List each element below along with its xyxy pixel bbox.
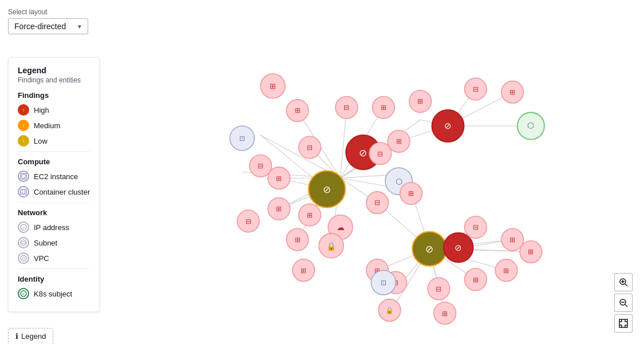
node-27[interactable]: ⊞ (464, 268, 487, 291)
node-10[interactable]: ⊟ (250, 155, 272, 177)
svg-text:⊟: ⊟ (307, 144, 313, 152)
node-4[interactable]: ⊞ (373, 96, 395, 118)
node-bottom-yellow[interactable]: ⊘ (412, 232, 447, 266)
node-21[interactable]: ⊞ (293, 259, 315, 282)
svg-text:!: ! (23, 108, 24, 112)
svg-text:⊞: ⊞ (295, 236, 301, 244)
node-2[interactable]: ⊞ (286, 100, 309, 122)
legend-toggle-button[interactable]: ℹ Legend (8, 328, 53, 344)
main-container: Select layout Force-directed Hierarchica… (0, 0, 644, 344)
ec2-icon (18, 171, 29, 182)
svg-text:⬡: ⬡ (396, 177, 402, 186)
legend-item-high: ! High (18, 104, 90, 116)
svg-rect-7 (22, 175, 25, 178)
legend-item-k8s: K K8s subject (18, 288, 90, 299)
legend-item-vpc: VPC (18, 252, 90, 264)
identity-section-title: Identity (18, 275, 90, 283)
node-13[interactable]: ⊞ (388, 131, 410, 153)
svg-text:⊘: ⊘ (444, 121, 452, 131)
layout-select[interactable]: Force-directed Hierarchical Circular (8, 18, 88, 34)
node-28[interactable]: ⊞ (495, 259, 517, 282)
node-8[interactable]: ⬡ (517, 112, 544, 139)
svg-text:⊞: ⊞ (509, 236, 515, 244)
layout-select-wrapper: Force-directed Hierarchical Circular ▼ (8, 18, 88, 34)
node-26[interactable]: ⊞ (434, 302, 456, 325)
low-label: Low (34, 137, 48, 145)
node-14[interactable]: ⊟ (369, 143, 392, 165)
svg-point-15 (22, 257, 25, 259)
svg-line-142 (625, 284, 627, 286)
findings-section-title: Findings (18, 91, 90, 100)
node-3[interactable]: ⊟ (335, 96, 358, 118)
svg-rect-148 (619, 319, 627, 327)
svg-text:⊟: ⊟ (246, 218, 251, 226)
node-6[interactable]: ⊟ (464, 78, 487, 100)
svg-text:⊞: ⊞ (509, 88, 515, 96)
legend-item-medium: ! Medium (18, 120, 90, 131)
fit-view-button[interactable] (614, 314, 633, 333)
node-30[interactable]: ⊞ (501, 228, 524, 251)
node-25[interactable]: ⊟ (428, 278, 450, 300)
svg-rect-8 (21, 189, 26, 194)
node-lock[interactable]: 🔒 (319, 234, 343, 258)
svg-text:🔒: 🔒 (326, 242, 337, 251)
node-9[interactable]: ⊡ (230, 126, 255, 151)
svg-text:⊞: ⊞ (307, 211, 313, 219)
ip-icon: IP (18, 222, 29, 233)
node-container-blue[interactable]: ⊡ (371, 270, 396, 295)
node-12[interactable]: ⊟ (299, 136, 321, 159)
svg-text:⊘: ⊘ (455, 243, 462, 252)
node-cluster-red[interactable]: ⊘ (432, 110, 464, 142)
node-17[interactable]: ⊞ (299, 204, 321, 226)
zoom-in-button[interactable] (614, 273, 633, 291)
node-1[interactable]: ⊞ (260, 74, 285, 98)
legend-item-ip: IP IP address (18, 222, 90, 233)
svg-text:⊟: ⊟ (377, 150, 383, 158)
k8s-label: K8s subject (34, 290, 72, 298)
node-center-yellow[interactable]: ⊘ (309, 171, 345, 207)
vpc-label: VPC (34, 254, 49, 263)
high-label: High (34, 106, 49, 114)
zoom-out-button[interactable] (614, 294, 633, 312)
node-bottom-red[interactable]: ⊘ (444, 233, 473, 263)
medium-label: Medium (34, 121, 60, 130)
svg-text:⊘: ⊘ (425, 243, 433, 255)
node-19[interactable]: ⊟ (237, 210, 259, 232)
ec2-label: EC2 instance (34, 172, 78, 181)
medium-severity-icon: ! (18, 120, 29, 131)
node-24[interactable]: 🔒 (378, 299, 401, 322)
svg-text:⊟: ⊟ (436, 285, 441, 293)
node-15[interactable]: ⊞ (400, 183, 422, 205)
svg-text:⊡: ⊡ (381, 279, 386, 287)
svg-text:⊟: ⊟ (343, 104, 349, 112)
svg-text:⊞: ⊞ (381, 104, 386, 112)
svg-text:⊟: ⊟ (473, 85, 479, 93)
vpc-icon (18, 252, 29, 264)
svg-text:⊞: ⊞ (442, 310, 448, 318)
svg-text:⊞: ⊞ (417, 97, 423, 105)
svg-text:⊞: ⊞ (276, 175, 282, 183)
svg-text:🔒: 🔒 (385, 306, 394, 314)
network-section-title: Network (18, 208, 90, 217)
legend-panel: Legend Findings and entities Findings ! … (8, 57, 100, 312)
svg-text:!: ! (23, 124, 24, 128)
svg-point-14 (21, 255, 26, 261)
info-icon: ℹ (15, 332, 18, 341)
compute-section-title: Compute (18, 157, 90, 166)
divider-3 (18, 268, 90, 269)
node-11[interactable]: ⊞ (268, 167, 290, 189)
container-icon (18, 186, 29, 197)
divider-1 (18, 151, 90, 152)
node-5[interactable]: ⊞ (409, 90, 432, 113)
node-7[interactable]: ⊞ (501, 81, 524, 104)
svg-text:!: ! (23, 139, 24, 143)
high-severity-icon: ! (18, 104, 29, 116)
node-20[interactable]: ⊞ (286, 228, 309, 251)
svg-text:⊞: ⊞ (396, 137, 402, 145)
node-29[interactable]: ⊟ (464, 216, 487, 239)
legend-title: Legend (18, 66, 90, 75)
svg-text:⊞: ⊞ (276, 205, 282, 213)
node-16[interactable]: ⊟ (366, 192, 389, 214)
node-18[interactable]: ⊞ (268, 198, 290, 220)
node-31[interactable]: ⊞ (520, 241, 542, 263)
